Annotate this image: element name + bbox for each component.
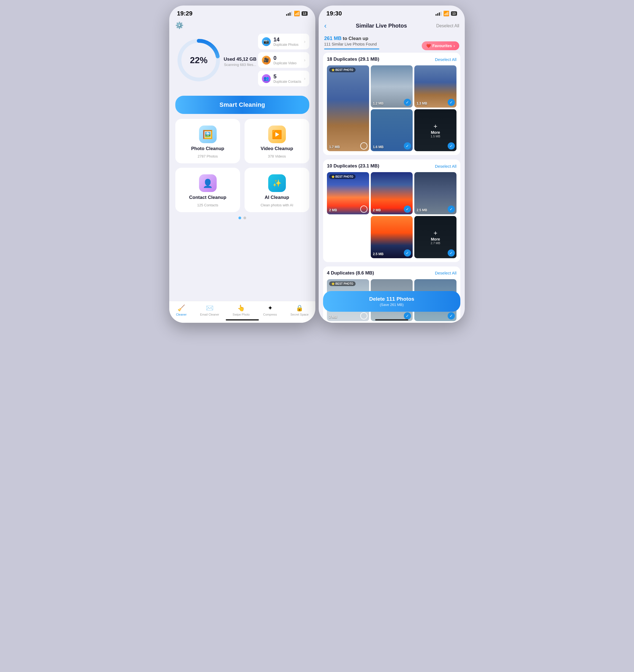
photo-cell-more-1[interactable]: + More 1.5 MB ✓ xyxy=(414,109,457,152)
contact-cleanup-sub: 125 Contacts xyxy=(197,203,218,207)
secret-icon: 🔒 xyxy=(296,305,303,312)
photo-size-1: 1.7 MB xyxy=(329,145,340,149)
dup-video-label: Duplicate Video xyxy=(273,61,301,65)
tab-swipe-photo[interactable]: 👆 Swipe Photo xyxy=(233,305,250,316)
photo-cleanup-icon: 🖼️ xyxy=(199,125,217,143)
delete-button[interactable]: Delete 111 Photos (Save 261 MB) xyxy=(323,291,460,312)
favourites-label: Favourites xyxy=(433,44,452,48)
photo-cell-more-2[interactable]: + More 2.7 MB ✓ xyxy=(414,216,457,258)
arrow-icon: › xyxy=(304,39,306,44)
photo-cell-6[interactable]: 2 MB ✓ xyxy=(371,172,413,214)
check-3[interactable]: ✓ xyxy=(404,142,411,149)
dup-video-count: 0 xyxy=(273,55,301,61)
photo-cell-best-1[interactable]: ⭐ BEST PHOTO 1.7 MB xyxy=(327,65,369,151)
cleaner-icon: 🧹 xyxy=(177,305,185,312)
delete-button-sub: (Save 261 MB) xyxy=(328,303,455,307)
ai-cleanup-icon: ✨ xyxy=(268,175,286,192)
compress-label: Compress xyxy=(263,313,277,316)
ai-cleanup-sub: Clean photos with AI xyxy=(261,203,293,207)
check-1[interactable]: ✓ xyxy=(404,99,411,106)
status-icons-right: 📶 13 xyxy=(436,10,457,17)
photo-size-4: 1.6 MB xyxy=(373,145,384,149)
video-icon: 🎥 xyxy=(262,56,271,65)
uncheck-circle-1[interactable] xyxy=(360,142,367,149)
photo-cell-3[interactable]: 1.3 MB ✓ xyxy=(414,65,457,108)
heart-icon: ❤️ xyxy=(426,44,431,48)
group-1-deselect[interactable]: Deselect All xyxy=(435,57,457,62)
swipe-label: Swipe Photo xyxy=(233,313,250,316)
photo-cell-7[interactable]: 2.5 MB ✓ xyxy=(414,172,457,214)
tab-compress[interactable]: ✦ Compress xyxy=(263,305,277,316)
favourites-button[interactable]: ❤️ Favourites › xyxy=(422,41,459,50)
group-3-deselect[interactable]: Deselect All xyxy=(435,271,457,275)
photo-cell-2[interactable]: 1.2 MB ✓ xyxy=(371,65,413,108)
time-right: 19:30 xyxy=(326,10,342,17)
tab-email-cleaner[interactable]: ✉️ Email Cleaner xyxy=(200,305,219,316)
more-size-2: 2.7 MB xyxy=(431,241,440,245)
smart-cleaning-button[interactable]: Smart Cleaning xyxy=(175,96,309,114)
home-indicator xyxy=(226,319,259,321)
photo-size-9: 2 MB xyxy=(329,315,337,319)
status-icons-left: 📶 13 xyxy=(286,10,308,17)
photo-size-2: 1.2 MB xyxy=(373,101,384,106)
video-cleanup-title: Video Cleanup xyxy=(261,146,293,152)
check-7[interactable]: ✓ xyxy=(404,249,411,257)
group-2-photos: ⭐ BEST PHOTO 2 MB 2 MB ✓ 2.5 MB ✓ 2.5 MB xyxy=(327,172,457,258)
deselect-all-nav-button[interactable]: Deselect All xyxy=(436,23,459,28)
check-2[interactable]: ✓ xyxy=(448,99,455,106)
check-10[interactable]: ✓ xyxy=(448,312,455,320)
best-photo-badge: ⭐ BEST PHOTO xyxy=(329,68,356,72)
check-8[interactable]: ✓ xyxy=(448,249,455,257)
video-cleanup-card[interactable]: ▶️ Video Cleanup 378 Videos xyxy=(244,119,309,163)
tab-cleaner[interactable]: 🧹 Cleaner xyxy=(176,305,187,316)
dot-1 xyxy=(239,216,241,219)
photo-cell-8[interactable]: 2.5 MB ✓ xyxy=(371,216,413,258)
home-indicator-right xyxy=(375,319,408,321)
photo-size-6: 2 MB xyxy=(373,208,381,212)
uncheck-circle-2[interactable] xyxy=(360,206,367,213)
group-2-deselect[interactable]: Deselect All xyxy=(435,164,457,168)
duplicate-groups: 18 Duplicates (29.1 MB) Deselect All ⭐ B… xyxy=(319,49,465,323)
storage-percentage: 22% xyxy=(190,55,208,65)
battery-right: 13 xyxy=(451,11,457,16)
time-left: 19:29 xyxy=(177,10,192,17)
uncheck-circle-3[interactable] xyxy=(360,312,367,320)
status-bar-left: 19:29 📶 13 xyxy=(169,5,315,19)
email-icon: ✉️ xyxy=(206,305,213,312)
contacts-icon: 👥 xyxy=(262,74,271,83)
settings-icon[interactable]: ⚙️ xyxy=(175,22,184,29)
summary-text: to Clean up xyxy=(343,36,368,41)
back-button[interactable]: ‹ xyxy=(324,22,327,30)
duplicate-photos-item[interactable]: 📷 14 Duplicate Photos › xyxy=(258,34,309,49)
photo-cell-4[interactable]: 1.6 MB ✓ xyxy=(371,109,413,152)
check-6[interactable]: ✓ xyxy=(448,206,455,213)
cleaner-label: Cleaner xyxy=(176,313,187,316)
page-title: Similar Live Photos xyxy=(329,23,434,29)
group-1-title: 18 Duplicates (29.1 MB) xyxy=(327,56,379,62)
storage-section: 22% Used 45,12 GB Scanning 683 files... … xyxy=(175,34,309,86)
status-bar-right: 19:30 📶 13 xyxy=(319,5,465,19)
duplicate-video-item[interactable]: 🎥 0 Duplicate Video › xyxy=(258,52,309,68)
tab-secret[interactable]: 🔒 Secret Space xyxy=(290,305,309,316)
photo-cleanup-card[interactable]: 🖼️ Photo Cleanup 2787 Photos xyxy=(175,119,240,163)
storage-circle: 22% xyxy=(175,37,222,84)
ai-cleanup-card[interactable]: ✨ AI Cleanup Clean photos with AI xyxy=(244,168,309,212)
delete-button-label: Delete 111 Photos xyxy=(328,296,455,302)
photo-cell-best-2[interactable]: ⭐ BEST PHOTO 2 MB xyxy=(327,172,369,214)
scanning-text: Scanning 683 files... xyxy=(222,63,258,67)
group-1-photos: ⭐ BEST PHOTO 1.7 MB 1.2 MB ✓ 1.3 MB ✓ xyxy=(327,65,457,151)
photos-icon: 📷 xyxy=(262,37,271,46)
page-dots xyxy=(175,216,309,219)
photo-cleanup-sub: 2787 Photos xyxy=(198,154,218,158)
photo-cleanup-title: Photo Cleanup xyxy=(191,146,224,152)
summary-size: 261 MB xyxy=(324,36,342,41)
phone-right: 19:30 📶 13 ‹ Similar Live Photos Deselec… xyxy=(319,5,465,323)
duplicate-contacts-item[interactable]: 👥 5 Duplicate Contacts › xyxy=(258,71,309,86)
feature-cards: 🖼️ Photo Cleanup 2787 Photos ▶️ Video Cl… xyxy=(175,119,309,212)
dup-contacts-label: Duplicate Contacts xyxy=(273,80,301,84)
check-9[interactable]: ✓ xyxy=(404,312,411,320)
check-5[interactable]: ✓ xyxy=(404,206,411,213)
compress-icon: ✦ xyxy=(268,305,273,312)
contact-cleanup-card[interactable]: 👤 Contact Cleanup 125 Contacts xyxy=(175,168,240,212)
wifi-icon: 📶 xyxy=(294,10,300,17)
